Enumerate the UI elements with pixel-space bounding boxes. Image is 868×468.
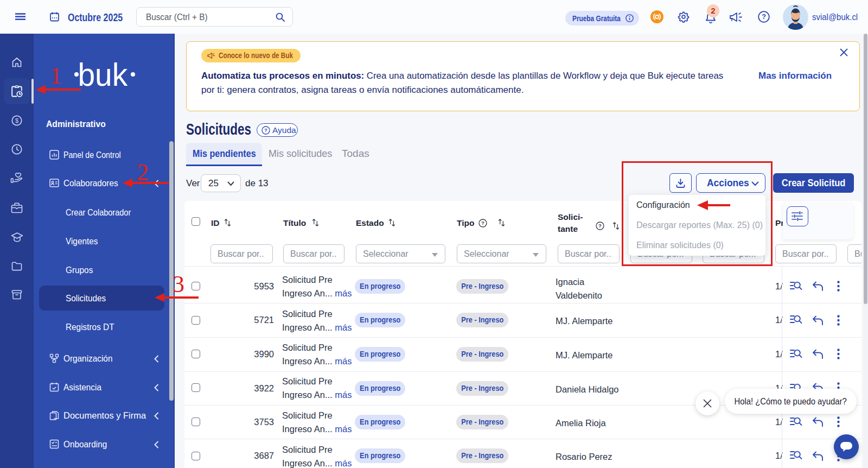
svg-text:?: ? bbox=[264, 127, 267, 133]
svg-text:?: ? bbox=[481, 220, 484, 226]
svg-text:?: ? bbox=[598, 223, 602, 229]
svg-text:$: $ bbox=[15, 117, 18, 124]
svg-text:?: ? bbox=[762, 13, 766, 21]
